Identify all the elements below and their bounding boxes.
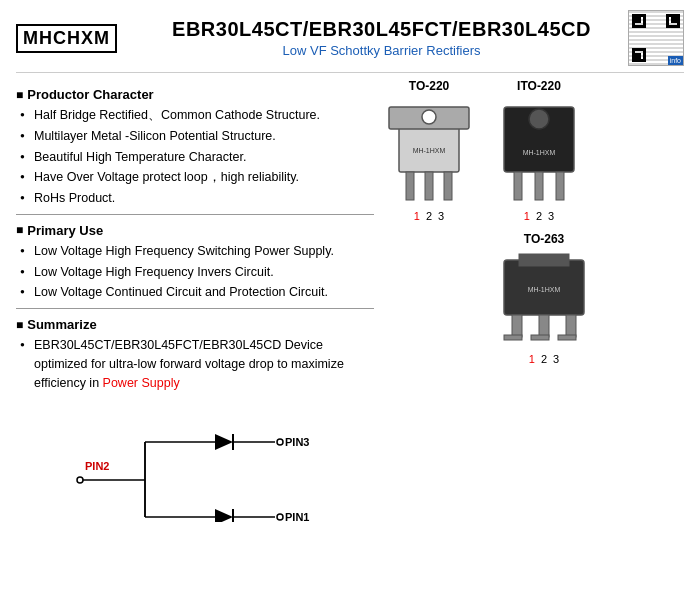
to263-pin2: 2 (541, 353, 547, 365)
to220-label: TO-220 (384, 79, 474, 93)
svg-point-7 (277, 439, 283, 445)
ito220-label: ITO-220 (494, 79, 584, 93)
svg-rect-35 (531, 335, 549, 340)
svg-rect-31 (512, 315, 522, 337)
ito220-pin2: 2 (536, 210, 542, 222)
svg-rect-36 (558, 335, 576, 340)
svg-rect-21 (444, 172, 452, 200)
list-item: Low Voltage High Frequency Invers Circui… (20, 263, 374, 282)
qr-code: info (628, 10, 684, 66)
svg-rect-34 (504, 335, 522, 340)
summarize-list: EBR30L45CT/EBR30L45FCT/EBR30L45CD Device… (16, 336, 374, 392)
svg-point-23 (529, 109, 549, 129)
left-column: Productor Character Half Bridge Rectifie… (16, 79, 374, 522)
ito220-svg: MH-1HXM (494, 97, 584, 207)
svg-marker-10 (215, 509, 233, 522)
list-item: Low Voltage Continued Circuit and Protec… (20, 283, 374, 302)
svg-text:MH-1HXM: MH-1HXM (528, 286, 561, 293)
to220-package: TO-220 MH-1HXM (384, 79, 474, 222)
list-item: Half Bridge Rectified、Common Cathode Str… (20, 106, 374, 125)
svg-text:MH-1HXM: MH-1HXM (523, 149, 556, 156)
svg-rect-20 (425, 172, 433, 200)
pin2-label: PIN2 (85, 460, 109, 472)
header-title: EBR30L45CT/EBR30L45FCT/EBR30L45CD (135, 18, 628, 41)
to220-pin3: 3 (438, 210, 444, 222)
to263-pins: 1 2 3 (404, 353, 684, 365)
svg-rect-26 (535, 172, 543, 200)
svg-point-17 (422, 110, 436, 124)
svg-rect-32 (539, 315, 549, 337)
list-item: Have Over Voltage protect loop，high reli… (20, 168, 374, 187)
to263-pin1: 1 (529, 353, 535, 365)
primary-use-title: Primary Use (16, 223, 374, 238)
to263-package: TO-263 MH-1HXM (404, 232, 684, 365)
svg-text:MH-1HXM: MH-1HXM (413, 147, 446, 154)
primary-use-list: Low Voltage High Frequency Switching Pow… (16, 242, 374, 302)
summarize-item: EBR30L45CT/EBR30L45FCT/EBR30L45CD Device… (20, 336, 374, 392)
to220-pins: 1 2 3 (384, 210, 474, 222)
to263-label: TO-263 (404, 232, 684, 246)
to220-pin1: 1 (414, 210, 420, 222)
logo: MHCHXM (16, 24, 117, 53)
productor-title: Productor Character (16, 87, 374, 102)
svg-rect-27 (556, 172, 564, 200)
summarize-title: Summarize (16, 317, 374, 332)
circuit-svg: PIN2 PIN3 (55, 402, 335, 522)
page: MHCHXM EBR30L45CT/EBR30L45FCT/EBR30L45CD… (0, 0, 700, 598)
packages-top: TO-220 MH-1HXM (384, 79, 684, 222)
list-item: RoHs Product. (20, 189, 374, 208)
header-subtitle: Low VF Schottky Barrier Rectifiers (135, 43, 628, 58)
header-center: EBR30L45CT/EBR30L45FCT/EBR30L45CD Low VF… (135, 18, 628, 58)
list-item: Beautiful High Temperature Character. (20, 148, 374, 167)
to220-svg: MH-1HXM (384, 97, 474, 207)
ito220-pins: 1 2 3 (494, 210, 584, 222)
header: MHCHXM EBR30L45CT/EBR30L45FCT/EBR30L45CD… (16, 10, 684, 73)
list-item: Low Voltage High Frequency Switching Pow… (20, 242, 374, 261)
productor-list: Half Bridge Rectified、Common Cathode Str… (16, 106, 374, 208)
to263-pin3: 3 (553, 353, 559, 365)
svg-rect-33 (566, 315, 576, 337)
to263-svg: MH-1HXM (494, 250, 594, 350)
pin1-label: PIN1 (285, 511, 309, 522)
right-column: TO-220 MH-1HXM (384, 79, 684, 522)
summarize-highlight: Power Supply (103, 376, 180, 390)
svg-marker-4 (215, 434, 233, 450)
svg-point-13 (277, 514, 283, 520)
pin3-label: PIN3 (285, 436, 309, 448)
svg-rect-19 (406, 172, 414, 200)
list-item: Multilayer Metal -Silicon Potential Stru… (20, 127, 374, 146)
ito220-pin3: 3 (548, 210, 554, 222)
svg-rect-29 (519, 254, 569, 266)
svg-rect-25 (514, 172, 522, 200)
ito220-pin1: 1 (524, 210, 530, 222)
circuit-diagram: PIN2 PIN3 (16, 402, 374, 522)
summarize-text1: EBR30L45CT/EBR30L45FCT/EBR30L45CD Device… (34, 338, 344, 390)
svg-point-0 (77, 477, 83, 483)
main-content: Productor Character Half Bridge Rectifie… (16, 79, 684, 522)
ito220-package: ITO-220 MH-1HXM 1 (494, 79, 584, 222)
to220-pin2: 2 (426, 210, 432, 222)
